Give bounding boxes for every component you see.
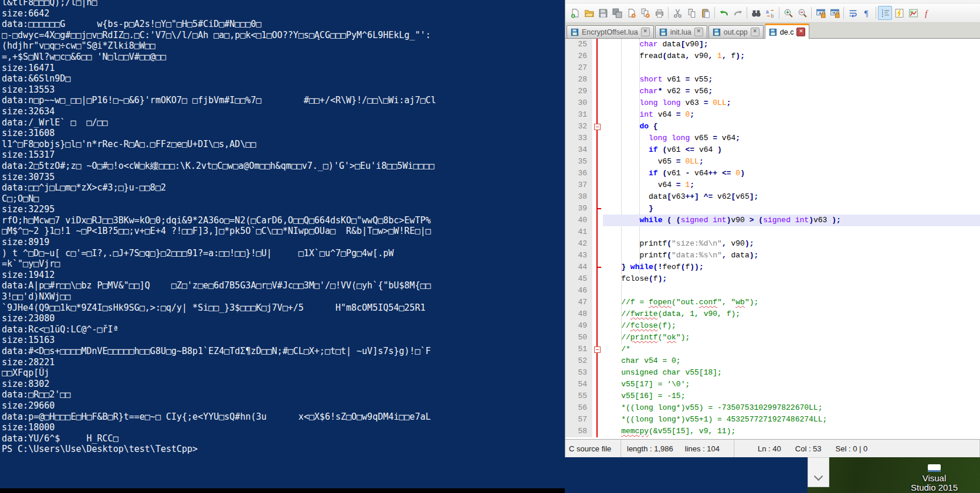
code-line[interactable]: 56 *((long long*)v55) = -735075310299782… (565, 402, 980, 414)
zoom-out-icon[interactable] (795, 6, 809, 20)
fold-collapse-icon[interactable] (594, 124, 601, 130)
fold-margin[interactable] (592, 238, 603, 250)
save-all-icon[interactable] (610, 6, 624, 20)
fold-margin[interactable] (592, 320, 603, 332)
fold-margin[interactable] (592, 367, 603, 379)
code-line[interactable]: 41 (565, 226, 980, 238)
fold-margin[interactable] (592, 426, 603, 437)
fold-margin[interactable] (592, 39, 603, 50)
fold-margin[interactable] (592, 226, 603, 238)
save-icon[interactable] (596, 6, 610, 20)
fold-margin[interactable] (592, 86, 603, 97)
code-line[interactable]: 36 if (v61 - v64++ <= 0) (565, 168, 980, 179)
code-line[interactable]: 47 //f = fopen("out.conf", "wb"); (565, 297, 980, 308)
fold-collapse-icon[interactable] (594, 346, 601, 353)
cut-icon[interactable] (670, 6, 684, 20)
close-tab-icon[interactable]: ✕ (641, 28, 650, 36)
doc-map-icon[interactable] (892, 6, 906, 20)
indent-guide-icon[interactable] (878, 6, 892, 20)
code-line[interactable]: 30 long long v63 = 0LL; (565, 97, 980, 109)
fold-margin[interactable] (592, 144, 603, 156)
open-folder-icon[interactable] (582, 6, 596, 20)
fold-margin[interactable] (592, 344, 603, 355)
tab-init.lua[interactable]: init.lua✕ (655, 25, 707, 38)
find-icon[interactable] (749, 6, 763, 20)
fold-margin[interactable] (592, 97, 603, 109)
code-line[interactable]: 43 printf("data:%s\n", data); (565, 250, 980, 261)
undo-icon[interactable] (717, 6, 731, 20)
fold-margin[interactable] (592, 50, 603, 62)
code-line[interactable]: 31 int v64 = 0; (565, 109, 980, 121)
doc-switcher-icon[interactable] (906, 6, 920, 20)
powershell-terminal[interactable]: l&tlF8□□□Q);/l□|h□size:6642data:□□□□□□G … (0, 0, 565, 488)
fold-margin[interactable] (592, 402, 603, 414)
fold-margin[interactable] (592, 74, 603, 86)
fold-margin[interactable] (592, 168, 603, 179)
code-line[interactable]: 37 v64 = 1; (565, 179, 980, 191)
copy-icon[interactable] (684, 6, 698, 20)
fold-margin[interactable] (592, 203, 603, 215)
fold-margin[interactable] (592, 379, 603, 390)
fold-margin[interactable] (592, 109, 603, 121)
tab-EncryptOffset.lua[interactable]: EncryptOffset.lua✕ (567, 25, 654, 38)
print-icon[interactable] (652, 6, 666, 20)
code-line[interactable]: 45 fclose(f); (565, 273, 980, 285)
code-line[interactable]: 48 //fwrite(data, 1, v90, f); (565, 308, 980, 320)
fold-margin[interactable] (592, 191, 603, 203)
code-line[interactable]: 26 fread(data, v90, 1, f); (565, 50, 980, 62)
fold-margin[interactable] (592, 273, 603, 285)
redo-icon[interactable] (731, 6, 745, 20)
fold-margin[interactable] (592, 414, 603, 426)
fold-margin[interactable] (592, 250, 603, 261)
close-tab-icon[interactable]: ✕ (796, 28, 805, 36)
sync-scroll-h-icon[interactable] (828, 6, 842, 20)
fold-margin[interactable] (592, 121, 603, 132)
code-line[interactable]: 39 } (565, 203, 980, 215)
code-line[interactable]: 32 do { (565, 121, 980, 132)
desktop-shortcut-visual-studio[interactable]: Visual Studio 2015 (893, 464, 975, 492)
code-line[interactable]: 34 if (v61 <= v64 ) (565, 144, 980, 156)
code-line[interactable]: 25 char data[v90]; (565, 39, 980, 50)
fold-margin[interactable] (592, 308, 603, 320)
close-tab-icon[interactable]: ✕ (751, 28, 759, 36)
code-line[interactable]: 38 data[v63++] ^= v62[v65]; (565, 191, 980, 203)
tab-out.cpp[interactable]: out.cpp✕ (708, 25, 764, 38)
code-line[interactable]: 55 v55[16] = -15; (565, 390, 980, 402)
word-wrap-icon[interactable] (846, 6, 860, 20)
show-all-chars-icon[interactable]: ¶ (860, 6, 874, 20)
fold-margin[interactable] (592, 332, 603, 344)
code-line[interactable]: 51 /* (565, 344, 980, 355)
fold-margin[interactable] (592, 62, 603, 74)
fold-margin[interactable] (592, 215, 603, 226)
code-line[interactable]: 58 memcpy(&v55[15], v9, 11); (565, 426, 980, 437)
code-line[interactable]: 42 printf("size:%d\n", v90); (565, 238, 980, 250)
code-line[interactable]: 40 while ( (signed int)v90 > (signed int… (565, 215, 980, 226)
code-line[interactable]: 33 long long v65 = v64; (565, 132, 980, 144)
paste-icon[interactable] (698, 6, 713, 20)
close-all-icon[interactable] (638, 6, 652, 20)
new-file-icon[interactable] (568, 6, 582, 20)
code-line[interactable]: 52 char v54 = 0; (565, 355, 980, 367)
close-tab-icon[interactable]: ✕ (694, 28, 703, 36)
fold-margin[interactable] (592, 390, 603, 402)
code-line[interactable]: 35 v65 = 0LL; (565, 156, 980, 168)
code-line[interactable]: 57 *((long long*)v55+1) = 45325772719274… (565, 414, 980, 426)
code-line[interactable]: 27 (565, 62, 980, 74)
code-line[interactable]: 29 char* v62 = v56; (565, 86, 980, 97)
background-scrollbar[interactable] (808, 457, 829, 487)
fold-margin[interactable] (592, 297, 603, 308)
fold-margin[interactable] (592, 355, 603, 367)
zoom-in-icon[interactable] (781, 6, 795, 20)
code-line[interactable]: 50 //printf("ok"); (565, 332, 980, 344)
fold-margin[interactable] (592, 156, 603, 168)
fold-margin[interactable] (592, 179, 603, 191)
fold-margin[interactable] (592, 285, 603, 297)
fold-margin[interactable] (592, 132, 603, 144)
code-line[interactable]: 54 v55[17] = '\0'; (565, 379, 980, 390)
function-list-icon[interactable]: f (920, 6, 934, 20)
close-icon[interactable] (624, 6, 638, 20)
code-line[interactable]: 49 //fclose(f); (565, 320, 980, 332)
code-line[interactable]: 44 } while(!feof(f)); (565, 261, 980, 273)
code-line[interactable]: 53 unsigned char v55[18]; (565, 367, 980, 379)
tab-de.c[interactable]: de.c✕ (765, 23, 810, 39)
